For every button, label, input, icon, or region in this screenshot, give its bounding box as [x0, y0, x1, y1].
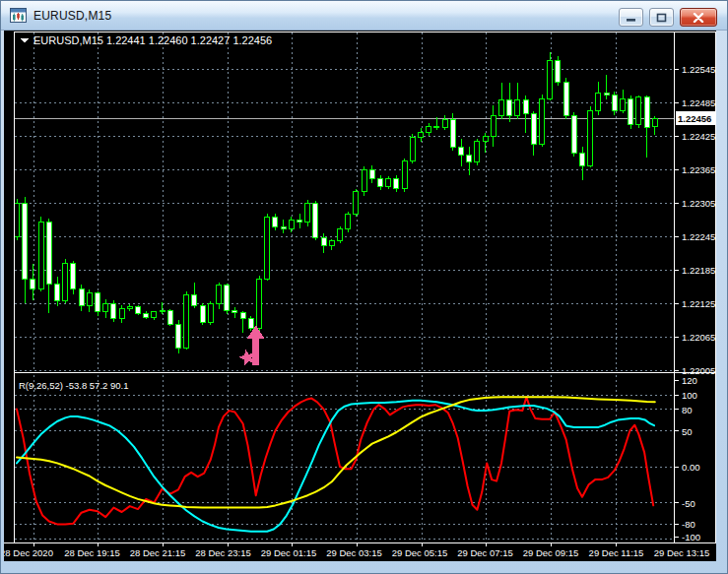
- candle-body: [427, 126, 431, 132]
- candle-body: [571, 115, 576, 153]
- price-scale-label: 1.22305: [682, 198, 715, 209]
- candle-body: [434, 126, 439, 127]
- candle: [176, 320, 181, 353]
- candle-body: [289, 220, 294, 229]
- candle-body: [232, 311, 237, 313]
- candle-body: [515, 99, 520, 115]
- price-scale-label: 1.22485: [682, 97, 715, 108]
- minimize-button[interactable]: [619, 8, 643, 27]
- price-scale-label: 1.22545: [682, 64, 715, 75]
- candle-body: [192, 295, 197, 306]
- indicator-scale-label: -100: [682, 532, 700, 542]
- time-axis-label: 29 Dec 09:15: [523, 547, 579, 558]
- candle-body: [475, 142, 480, 162]
- candle-body: [491, 115, 496, 137]
- candle-body: [111, 303, 116, 318]
- indicator-scale-label: -50: [682, 498, 695, 509]
- price-scale-label: 1.22245: [682, 231, 715, 242]
- close-icon: [693, 13, 704, 23]
- indicator-scale-label: 80: [682, 405, 693, 415]
- candle: [167, 309, 172, 326]
- candle-body: [563, 82, 568, 115]
- chart-background: [4, 31, 716, 561]
- indicator-scale-label: 50: [682, 426, 693, 437]
- candle-body: [273, 217, 278, 226]
- candle: [15, 199, 20, 240]
- window-titlebar[interactable]: EURUSD,M15: [1, 1, 727, 31]
- candle: [563, 78, 568, 120]
- chart-client-area[interactable]: EURUSD,M15 1.22441 1.22460 1.22427 1.224…: [4, 31, 716, 561]
- candle-body: [225, 285, 230, 310]
- chart-window-icon[interactable]: [10, 8, 27, 23]
- candle-body: [652, 118, 657, 127]
- time-axis-label: 29 Dec 07:15: [457, 547, 513, 558]
- window-controls: [619, 8, 717, 27]
- candle: [475, 139, 480, 165]
- candle-body: [31, 280, 35, 289]
- candle-body: [523, 99, 528, 113]
- candle-body: [612, 96, 617, 111]
- minimize-icon: [626, 13, 636, 22]
- candle: [410, 134, 415, 163]
- candle: [63, 259, 68, 303]
- close-button[interactable]: [680, 8, 717, 27]
- candle: [136, 305, 141, 315]
- time-axis-label: 28 Dec 2020: [4, 547, 53, 558]
- price-scale-label: 1.22185: [682, 265, 715, 276]
- candle-body: [23, 203, 28, 280]
- candle-body: [46, 223, 51, 284]
- price-scale-label: 1.22005: [682, 365, 715, 376]
- candle-body: [329, 240, 334, 246]
- candle-body: [281, 226, 286, 228]
- price-chart-svg[interactable]: EURUSD,M15 1.22441 1.22460 1.22427 1.224…: [4, 31, 716, 561]
- candle-body: [152, 312, 157, 318]
- price-scale-label: 1.22125: [682, 298, 715, 309]
- indicator-label: R(9,26,52) -53.8 57.2 90.1: [19, 380, 128, 391]
- up-arrow-shaft: [252, 338, 259, 365]
- candle-body: [136, 307, 141, 314]
- time-axis-label: 29 Dec 13:15: [654, 547, 710, 558]
- candle-body: [483, 137, 488, 142]
- window-title: EURUSD,M15: [33, 9, 111, 23]
- candle-body: [144, 314, 149, 317]
- time-axis-label: 29 Dec 11:15: [589, 547, 644, 558]
- candle: [265, 214, 270, 280]
- candle-body: [298, 220, 302, 223]
- candle-body: [442, 119, 447, 128]
- candle-body: [176, 324, 181, 348]
- candle-body: [499, 99, 504, 115]
- indicator-scale-label: 120: [682, 375, 697, 386]
- candle-body: [369, 169, 374, 179]
- candle-body: [636, 97, 641, 125]
- price-scale-label: 1.22065: [682, 332, 715, 343]
- candle-body: [321, 238, 326, 246]
- candle-body: [184, 295, 189, 349]
- candle: [96, 291, 100, 316]
- indicator-scale-label: 100: [682, 390, 697, 401]
- candle-body: [459, 147, 464, 156]
- candle-body: [386, 179, 391, 186]
- candle-body: [200, 306, 205, 323]
- candle-body: [621, 98, 626, 110]
- restore-button[interactable]: [649, 8, 674, 27]
- candle-body: [38, 223, 43, 289]
- candle-body: [507, 99, 512, 115]
- candle-body: [217, 285, 222, 303]
- candle-body: [450, 119, 455, 147]
- candle-body: [265, 217, 270, 280]
- candle: [184, 291, 189, 350]
- candle-body: [596, 93, 601, 110]
- candle-body: [467, 156, 472, 162]
- candle-body: [208, 304, 213, 323]
- candle: [111, 300, 116, 322]
- candle-body: [87, 293, 92, 306]
- candle-body: [305, 203, 310, 223]
- candle-body: [313, 203, 318, 238]
- time-axis-label: 29 Dec 05:15: [392, 547, 448, 558]
- candle: [208, 301, 213, 325]
- candle: [38, 217, 43, 291]
- candle-body: [15, 203, 20, 236]
- candle-body: [540, 98, 545, 144]
- candle-body: [55, 284, 60, 300]
- price-scale-label: 1.22425: [682, 131, 715, 142]
